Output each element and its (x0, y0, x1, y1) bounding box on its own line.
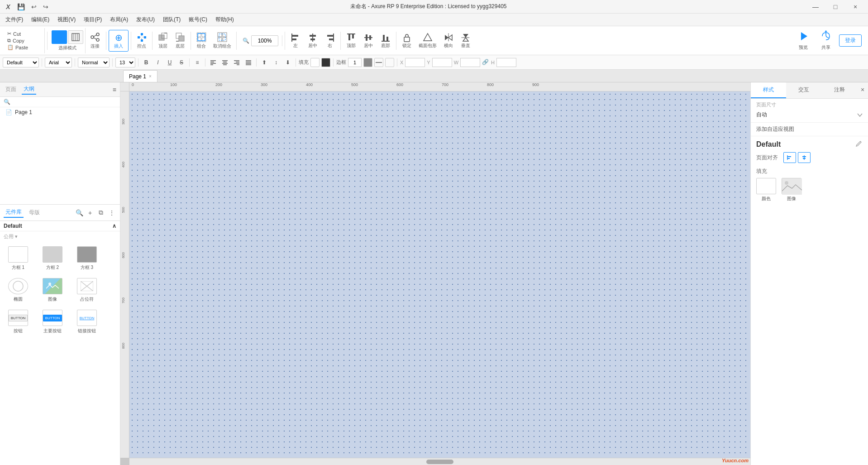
page-tab-1-close[interactable]: × (149, 74, 152, 79)
align-center-button[interactable]: 居中 (305, 31, 321, 51)
group-button[interactable]: 组合 (193, 30, 210, 51)
fill-color-swatch[interactable] (310, 58, 320, 67)
menu-layout[interactable]: 布局(A) (106, 14, 132, 25)
cut-button[interactable]: ✂ Cut (5, 30, 42, 37)
widget-box3[interactable]: 方框 3 (71, 244, 103, 273)
align-middle-button[interactable]: 居中 (360, 31, 377, 51)
top-layer-button[interactable]: 顶层 (155, 30, 171, 51)
annotation-tab[interactable]: 注释 (822, 82, 857, 98)
menu-publish[interactable]: 发布(U) (133, 14, 158, 25)
pages-tab[interactable]: 页面 (4, 85, 18, 94)
canvas-content[interactable] (129, 91, 750, 458)
menu-project[interactable]: 项目(P) (80, 14, 105, 25)
border-style-btn[interactable] (374, 58, 383, 67)
fill-color-dark[interactable] (321, 58, 330, 67)
add-responsive-button[interactable]: 添加自适应视图 (751, 123, 868, 136)
fill-image-option[interactable]: 图像 (782, 178, 801, 202)
menu-account[interactable]: 账号(C) (185, 14, 211, 25)
fill-color-option[interactable]: 颜色 (756, 178, 776, 202)
interaction-tab[interactable]: 交互 (786, 82, 821, 98)
select-mode-btn1[interactable] (52, 30, 67, 44)
widget-placeholder[interactable]: 占位符 (71, 275, 103, 305)
widget-box1[interactable]: 方框 1 (2, 244, 34, 273)
strikethrough-button[interactable]: S (176, 58, 186, 67)
text-align-justify-button[interactable] (243, 58, 253, 67)
preview-button[interactable]: 预览 (794, 29, 813, 53)
valign-middle-button[interactable]: ↕ (271, 58, 281, 67)
outline-tab[interactable]: 大纲 (22, 84, 36, 95)
y-input[interactable] (432, 58, 452, 67)
page-1-item[interactable]: 📄 Page 1 (0, 107, 120, 117)
ungroup-button[interactable]: 取消组合 (210, 30, 234, 51)
control-points-button[interactable]: 控点 (134, 30, 150, 51)
select-mode-btn2[interactable] (68, 30, 83, 44)
maximize-button[interactable]: □ (826, 0, 844, 13)
menu-edit[interactable]: 编辑(E) (28, 14, 53, 25)
widget-primary-button[interactable]: BUTTON 主要按钮 (36, 307, 69, 337)
right-panel-close-button[interactable]: × (857, 82, 868, 97)
align-left-button[interactable]: 左 (287, 31, 304, 51)
share-button[interactable]: 共享 (816, 29, 835, 53)
pages-search-input[interactable] (12, 99, 116, 105)
default-section-edit-icon[interactable] (855, 140, 863, 149)
h-input[interactable] (496, 58, 516, 67)
list-button[interactable]: ≡ (192, 58, 202, 67)
widget-image[interactable]: 图像 (36, 275, 69, 305)
pages-filter-icon[interactable]: ≡ (113, 86, 116, 93)
connect-button[interactable]: 连接 (86, 30, 104, 51)
style-select[interactable]: Default (3, 58, 39, 67)
paste-button[interactable]: 📋 Paste (5, 44, 42, 51)
close-button[interactable]: × (846, 0, 864, 13)
font-size-select[interactable]: 13 (115, 58, 135, 67)
default-collapse-icon[interactable]: ∧ (112, 223, 116, 229)
shape-button[interactable]: 截面包形 (416, 31, 439, 51)
minimize-button[interactable]: — (806, 0, 825, 13)
w-input[interactable] (460, 58, 480, 67)
align-top-button[interactable]: 顶部 (343, 31, 359, 51)
widget-button[interactable]: BUTTON 按钮 (2, 307, 34, 337)
redo-icon[interactable]: ↪ (41, 2, 50, 11)
comp-menu-btn[interactable]: ⋮ (107, 208, 116, 217)
flip-horizontal-button[interactable]: 横向 (440, 31, 457, 51)
font-select[interactable]: Arial (45, 58, 72, 67)
bold-button[interactable]: B (141, 58, 151, 67)
text-align-right-button[interactable] (232, 58, 242, 67)
menu-file[interactable]: 文件(F) (2, 14, 27, 25)
login-button[interactable]: 登录 (839, 34, 862, 47)
menu-team[interactable]: 团队(T) (159, 14, 184, 25)
align-right-button[interactable]: 右 (322, 31, 338, 51)
menu-help[interactable]: 帮助(H) (212, 14, 238, 25)
text-align-left-button[interactable] (208, 58, 218, 67)
comp-add-btn[interactable]: + (86, 208, 95, 217)
insert-button[interactable]: ⊕ 插入 (109, 30, 129, 52)
comp-copy-btn[interactable]: ⧉ (96, 208, 105, 217)
align-left-btn[interactable] (783, 152, 796, 163)
comp-search-btn[interactable]: 🔍 (75, 208, 84, 217)
public-label[interactable]: 公用 ▾ (0, 231, 120, 242)
horizontal-scrollbar[interactable] (129, 458, 750, 465)
underline-button[interactable]: U (165, 58, 175, 67)
page-tab-1[interactable]: Page 1 × (123, 70, 157, 82)
align-bottom-button[interactable]: 底部 (377, 31, 394, 51)
bottom-layer-button[interactable]: 底层 (172, 30, 188, 51)
x-input[interactable] (405, 58, 425, 67)
align-center-btn[interactable] (798, 152, 811, 163)
font-style-select[interactable]: Normal (78, 58, 110, 67)
lock-button[interactable]: 锁定 (399, 31, 415, 51)
design-canvas[interactable] (129, 91, 750, 458)
zoom-input[interactable] (251, 35, 278, 46)
page-size-dropdown[interactable]: 自动 (751, 109, 868, 123)
scrollbar-thumb[interactable] (426, 460, 453, 464)
style-tab[interactable]: 样式 (751, 82, 786, 98)
library-tab[interactable]: 元件库 (4, 207, 24, 218)
save-icon[interactable]: 💾 (15, 2, 27, 11)
border-color-swatch[interactable] (363, 58, 372, 67)
valign-top-button[interactable]: ⬆ (259, 58, 269, 67)
widget-link-button[interactable]: BUTTON 链接按钮 (71, 307, 103, 337)
italic-button[interactable]: I (153, 58, 163, 67)
flip-vertical-button[interactable]: 垂直 (458, 31, 474, 51)
widget-box2[interactable]: 方框 2 (36, 244, 69, 273)
masters-tab[interactable]: 母版 (27, 208, 42, 217)
text-align-center-button[interactable] (220, 58, 230, 67)
copy-button[interactable]: ⧉ Copy (5, 37, 42, 44)
